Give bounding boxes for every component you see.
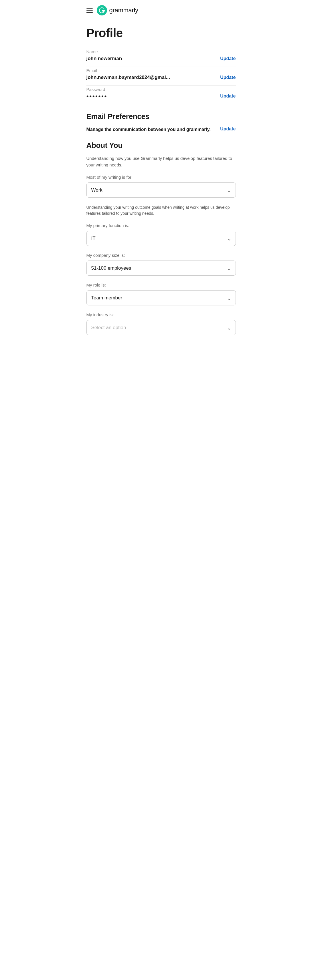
- email-field-group: Email john.newman.baymard2024@gmai... Up…: [86, 68, 236, 86]
- company-size-select[interactable]: 1-10 employees 11-50 employees 51-100 em…: [86, 261, 236, 276]
- about-you-title: About You: [86, 141, 236, 150]
- logo-text: grammarly: [109, 6, 138, 14]
- password-label: Password: [86, 87, 236, 92]
- email-preferences-title: Email Preferences: [86, 112, 236, 121]
- name-update-button[interactable]: Update: [220, 56, 236, 61]
- industry-label: My industry is:: [86, 312, 236, 317]
- email-preferences-description: Manage the communication between you and…: [86, 126, 217, 133]
- email-label: Email: [86, 68, 236, 73]
- hamburger-menu-button[interactable]: [86, 8, 93, 13]
- email-value: john.newman.baymard2024@gmai...: [86, 75, 217, 80]
- writing-for-select[interactable]: Work Personal School Other: [86, 183, 236, 197]
- email-preferences-update-button[interactable]: Update: [220, 126, 236, 132]
- writing-for-label: Most of my writing is for:: [86, 175, 236, 180]
- email-update-button[interactable]: Update: [220, 75, 236, 80]
- role-label: My role is:: [86, 283, 236, 287]
- email-preferences-row: Manage the communication between you and…: [86, 126, 236, 133]
- primary-function-select-wrapper: IT Engineering Marketing Sales HR Financ…: [86, 231, 236, 247]
- password-update-button[interactable]: Update: [220, 94, 236, 99]
- writing-for-helper-text: Understanding your writing outcome goals…: [86, 204, 236, 217]
- industry-select-wrapper: Select an option Technology Healthcare F…: [86, 320, 236, 336]
- about-you-description: Understanding how you use Grammarly help…: [86, 155, 236, 169]
- role-select[interactable]: Team member Manager Director VP C-Suite …: [86, 290, 236, 305]
- primary-function-label: My primary function is:: [86, 223, 236, 228]
- company-size-select-wrapper: 1-10 employees 11-50 employees 51-100 em…: [86, 261, 236, 277]
- password-field-group: Password ●●●●●●● Update: [86, 87, 236, 104]
- email-row: john.newman.baymard2024@gmai... Update: [86, 75, 236, 80]
- company-size-label: My company size is:: [86, 253, 236, 258]
- password-value: ●●●●●●●: [86, 94, 217, 99]
- app-header: grammarly: [81, 0, 242, 18]
- name-label: Name: [86, 49, 236, 54]
- logo-container: grammarly: [97, 5, 138, 16]
- grammarly-logo-icon: [97, 5, 107, 16]
- name-row: john newerman Update: [86, 56, 236, 62]
- industry-select[interactable]: Select an option Technology Healthcare F…: [86, 320, 236, 335]
- page-title: Profile: [86, 26, 236, 40]
- name-field-group: Name john newerman Update: [86, 49, 236, 67]
- name-value: john newerman: [86, 56, 217, 62]
- main-content: Profile Name john newerman Update Email …: [81, 18, 242, 353]
- role-select-wrapper: Team member Manager Director VP C-Suite …: [86, 290, 236, 307]
- writing-for-select-wrapper: Work Personal School Other ⌄: [86, 183, 236, 199]
- primary-function-select[interactable]: IT Engineering Marketing Sales HR Financ…: [86, 231, 236, 246]
- email-preferences-section: Email Preferences Manage the communicati…: [86, 112, 236, 133]
- about-you-section: About You Understanding how you use Gram…: [86, 141, 236, 336]
- password-row: ●●●●●●● Update: [86, 94, 236, 99]
